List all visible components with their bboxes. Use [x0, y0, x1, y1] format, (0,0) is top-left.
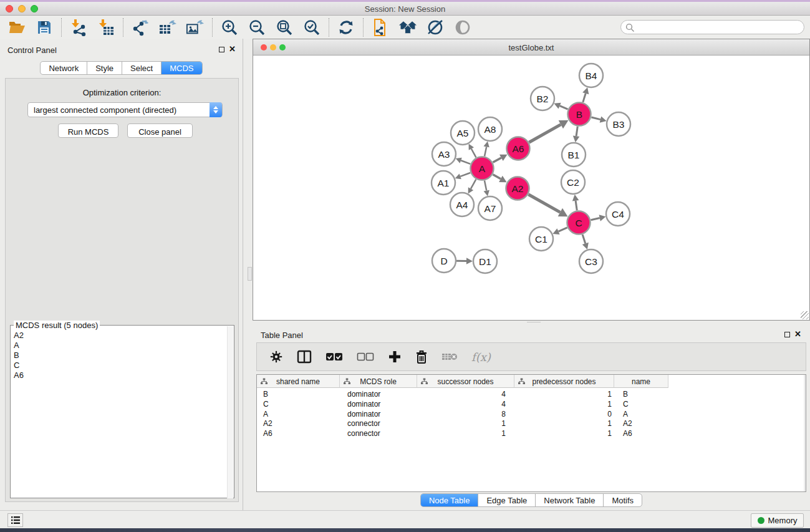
settings-gear-icon[interactable]	[269, 350, 283, 364]
graph-edge-A6-B[interactable]	[529, 125, 561, 143]
table-row-A6[interactable]: A6connector11A6	[257, 428, 668, 438]
table-cell[interactable]: dominator	[340, 409, 417, 419]
table-cell[interactable]: A	[614, 409, 668, 419]
table-cell[interactable]: 8	[417, 409, 514, 419]
graph-edge-A-A3[interactable]	[461, 160, 470, 164]
graph-node-D[interactable]: D	[432, 249, 456, 273]
tab-style[interactable]: Style	[87, 62, 122, 74]
table-cell[interactable]: dominator	[340, 399, 417, 409]
table-cell[interactable]: C	[257, 399, 340, 409]
table-cell[interactable]: 1	[417, 418, 514, 428]
export-network-icon[interactable]	[131, 18, 150, 37]
table-cell[interactable]: B	[614, 389, 668, 399]
vertical-splitter-handle[interactable]	[248, 267, 252, 281]
save-session-icon[interactable]	[35, 18, 54, 37]
graph-edge-B-B4[interactable]	[583, 94, 586, 102]
column-header-MCDS-role[interactable]: MCDS role	[340, 375, 417, 388]
close-panel-icon[interactable]: ✕	[229, 44, 236, 54]
column-header-shared-name[interactable]: shared name	[257, 375, 340, 388]
graph-edge-B-B2[interactable]	[560, 106, 568, 109]
search-input[interactable]	[637, 21, 799, 33]
network-canvas[interactable]: B4B2BB3A5A8A6A3B1AA1C2A2A4A7C4CC1DD1C3	[253, 56, 809, 320]
column-header-name[interactable]: name	[614, 375, 668, 388]
graph-edge-B-B1[interactable]	[576, 127, 577, 136]
delete-column-icon[interactable]	[415, 350, 428, 364]
tab-network-table[interactable]: Network Table	[536, 494, 604, 506]
graph-edge-B-B3[interactable]	[591, 117, 600, 120]
zoom-out-icon[interactable]	[248, 18, 266, 37]
mcds-result-item[interactable]: B	[14, 351, 24, 360]
graph-node-A3[interactable]: A3	[432, 142, 456, 166]
graph-node-C[interactable]: C	[567, 211, 591, 235]
graph-node-A[interactable]: A	[471, 157, 494, 180]
run-mcds-button[interactable]: Run MCDS	[58, 123, 118, 138]
zoom-in-icon[interactable]	[220, 18, 239, 37]
graph-node-A8[interactable]: A8	[478, 117, 502, 141]
graph-node-B3[interactable]: B3	[607, 112, 630, 136]
table-cell[interactable]: connector	[340, 418, 417, 428]
float-table-panel-icon[interactable]	[784, 332, 790, 337]
criterion-dropdown[interactable]: largest connected component (directed)	[27, 102, 223, 117]
float-panel-icon[interactable]	[219, 47, 224, 52]
table-scrollbar[interactable]	[804, 375, 806, 491]
graph-node-B[interactable]: B	[568, 103, 591, 126]
table-cell[interactable]: C	[614, 399, 668, 409]
mcds-result-item[interactable]: C	[14, 360, 24, 370]
table-row-B[interactable]: Bdominator41B	[257, 389, 668, 399]
graph-node-A2[interactable]: A2	[506, 177, 529, 200]
table-cell[interactable]: A2	[614, 418, 668, 428]
table-cell[interactable]: A6	[614, 428, 668, 438]
delete-table-icon[interactable]	[441, 352, 458, 362]
table-cell[interactable]: 1	[417, 428, 514, 438]
table-row-C[interactable]: Cdominator41C	[257, 399, 668, 409]
network-window-titlebar[interactable]: testGlobe.txt	[253, 39, 809, 56]
table-cell[interactable]: B	[257, 389, 340, 399]
table-cell[interactable]: A6	[257, 428, 340, 438]
graph-edge-A-A1[interactable]	[460, 173, 470, 177]
resize-grip-icon[interactable]	[801, 311, 809, 319]
column-layout-icon[interactable]	[297, 350, 312, 364]
graph-node-A1[interactable]: A1	[432, 171, 455, 195]
table-cell[interactable]: 4	[417, 389, 514, 399]
tab-node-table[interactable]: Node Table	[421, 494, 479, 506]
graph-edge-A-A8[interactable]	[485, 147, 486, 156]
export-table-icon[interactable]	[158, 18, 177, 37]
mcds-result-item[interactable]: A6	[14, 370, 24, 380]
graph-edge-A-A6[interactable]	[493, 158, 501, 162]
column-header-predecessor-nodes[interactable]: predecessor nodes	[514, 375, 614, 388]
graph-edge-C-C2[interactable]	[576, 201, 577, 210]
graph-node-C4[interactable]: C4	[606, 202, 630, 226]
table-cell[interactable]: 0	[514, 409, 614, 419]
node-table[interactable]: shared nameMCDS rolesuccessor nodesprede…	[256, 374, 806, 492]
table-cell[interactable]: dominator	[340, 389, 417, 399]
graph-edge-A2-C[interactable]	[528, 195, 560, 213]
refresh-layout-icon[interactable]	[337, 18, 355, 37]
graph-node-A5[interactable]: A5	[451, 121, 475, 145]
column-header-successor-nodes[interactable]: successor nodes	[417, 375, 514, 388]
close-panel-button[interactable]: Close panel	[127, 123, 193, 138]
graph-node-B2[interactable]: B2	[531, 87, 554, 110]
select-all-checked-icon[interactable]	[325, 352, 343, 361]
manage-networks-icon[interactable]	[371, 18, 390, 37]
tab-select[interactable]: Select	[122, 62, 162, 74]
import-network-icon[interactable]	[69, 18, 88, 37]
graph-edge-C-C4[interactable]	[591, 218, 600, 220]
graph-node-B4[interactable]: B4	[579, 64, 603, 87]
graph-edge-A-A5[interactable]	[471, 148, 476, 157]
vizmapper-icon[interactable]	[426, 18, 445, 37]
export-image-icon[interactable]	[186, 18, 205, 37]
graph-edge-A-A7[interactable]	[485, 181, 486, 191]
mcds-result-item[interactable]: A	[14, 341, 24, 351]
graph-node-C3[interactable]: C3	[579, 249, 603, 273]
graph-node-A4[interactable]: A4	[450, 193, 474, 216]
window-titlebar[interactable]: Session: New Session	[0, 2, 810, 16]
tab-edge-table[interactable]: Edge Table	[478, 494, 536, 506]
table-cell[interactable]: 4	[417, 399, 514, 409]
zoom-selected-icon[interactable]	[302, 18, 321, 37]
graph-node-C1[interactable]: C1	[529, 227, 553, 251]
graph-node-B1[interactable]: B1	[562, 143, 586, 167]
graph-edge-C-C1[interactable]	[559, 228, 567, 231]
network-graph[interactable]: B4B2BB3A5A8A6A3B1AA1C2A2A4A7C4CC1DD1C3	[253, 56, 809, 320]
table-cell[interactable]: 1	[514, 389, 614, 399]
close-table-panel-icon[interactable]: ✕	[794, 329, 801, 339]
